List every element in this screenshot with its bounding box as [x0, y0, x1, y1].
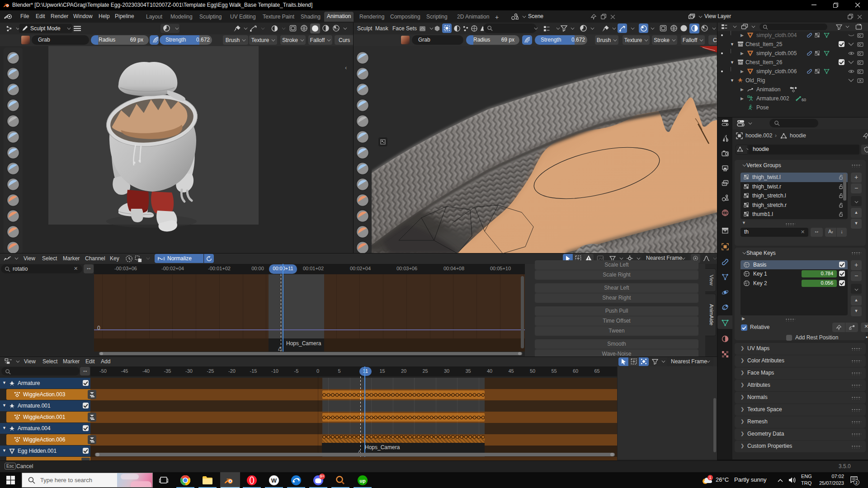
- svg-text:up: up: [359, 478, 366, 483]
- svg-text:W: W: [271, 477, 277, 484]
